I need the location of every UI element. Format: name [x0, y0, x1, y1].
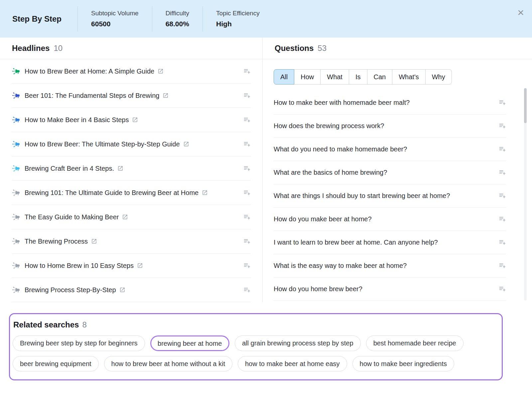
- scrollbar-thumb[interactable]: [524, 88, 527, 123]
- add-to-list-icon[interactable]: [243, 165, 251, 172]
- filter-why[interactable]: Why: [425, 69, 452, 85]
- filter-what[interactable]: What: [320, 69, 349, 85]
- question-item: How do you home brew beer?: [274, 278, 506, 301]
- question-item: How does the brewing process work?: [274, 114, 506, 138]
- related-search-pill[interactable]: how to make beer at home easy: [238, 356, 347, 371]
- question-item: How to make beer with homemade beer malt…: [274, 91, 506, 114]
- headline-text: How to Home Brew in 10 Easy Steps: [25, 262, 134, 270]
- question-text: I want to learn to brew beer at home. Ca…: [274, 239, 438, 246]
- headlines-count: 10: [54, 44, 63, 53]
- external-link-icon[interactable]: [163, 93, 169, 99]
- add-to-list-icon[interactable]: [498, 262, 506, 270]
- external-link-icon[interactable]: [183, 141, 189, 147]
- headline-item: How to Brew Beer at Home: A Simple Guide: [12, 59, 251, 84]
- question-item: What do you need to make homemade beer?: [274, 138, 506, 161]
- add-to-list-icon[interactable]: [498, 239, 506, 246]
- external-link-icon[interactable]: [202, 190, 208, 196]
- add-to-list-icon[interactable]: [243, 140, 251, 148]
- questions-panel: Questions 53 All How What Is Can What's …: [263, 38, 532, 302]
- related-search-pill[interactable]: beer brewing equipment: [13, 356, 99, 371]
- megaphone-icon: [12, 115, 20, 124]
- external-link-icon[interactable]: [122, 214, 128, 220]
- external-link-icon[interactable]: [158, 68, 164, 74]
- related-search-pill[interactable]: Brewing beer step by step for beginners: [13, 335, 145, 351]
- add-to-list-icon[interactable]: [243, 213, 251, 221]
- related-searches-header: Related searches 8: [13, 320, 497, 329]
- megaphone-icon: [12, 91, 20, 100]
- questions-count: 53: [318, 44, 327, 53]
- question-text: How does the brewing process work?: [274, 122, 384, 130]
- add-to-list-icon[interactable]: [243, 286, 251, 294]
- question-text: How do you make beer at home?: [274, 215, 372, 223]
- related-search-pill[interactable]: all grain brewing process step by step: [235, 335, 361, 351]
- external-link-icon[interactable]: [117, 165, 123, 171]
- headline-text: The Brewing Process: [25, 238, 88, 245]
- question-list: How to make beer with homemade beer malt…: [274, 91, 506, 301]
- add-to-list-icon[interactable]: [243, 262, 251, 270]
- headline-text: Brewing Craft Beer in 4 Steps.: [25, 165, 114, 172]
- headline-item: How to Brew Beer: The Ultimate Step-by-S…: [12, 132, 251, 156]
- topic-header: Step By Step Subtopic Volume 60500 Diffi…: [0, 0, 532, 38]
- question-text: What do you need to make homemade beer?: [274, 145, 407, 153]
- add-to-list-icon[interactable]: [243, 116, 251, 124]
- headline-list: How to Brew Beer at Home: A Simple Guide…: [0, 59, 262, 302]
- add-to-list-icon[interactable]: [498, 285, 506, 293]
- megaphone-icon: [12, 164, 20, 173]
- related-searches-count: 8: [82, 320, 86, 329]
- main-content: Headlines 10 How to Brew Beer at Home: A…: [0, 38, 532, 302]
- add-to-list-icon[interactable]: [498, 122, 506, 130]
- related-searches-title: Related searches: [13, 320, 79, 329]
- external-link-icon[interactable]: [91, 238, 97, 244]
- headline-text: The Easy Guide to Making Beer: [25, 213, 119, 221]
- question-text: How do you home brew beer?: [274, 285, 362, 293]
- question-item: What are things I should buy to start br…: [274, 184, 506, 208]
- question-text: What are things I should buy to start br…: [274, 192, 450, 200]
- question-item: What are the basics of home brewing?: [274, 161, 506, 184]
- headline-item: How to Home Brew in 10 Easy Steps: [12, 254, 251, 278]
- filter-whats[interactable]: What's: [392, 69, 426, 85]
- add-to-list-icon[interactable]: [498, 145, 506, 153]
- headlines-header: Headlines 10: [0, 38, 262, 59]
- question-item: What is the easy way to make beer at hom…: [274, 254, 506, 278]
- stat-topic-efficiency: Topic Efficiency High: [202, 6, 273, 32]
- stat-subtopic-volume: Subtopic Volume 60500: [77, 6, 152, 32]
- headline-text: Brewing Process Step-By-Step: [25, 286, 116, 294]
- filter-is[interactable]: Is: [349, 69, 367, 85]
- filter-all[interactable]: All: [274, 69, 294, 85]
- related-search-pill[interactable]: how to brew beer at home without a kit: [104, 356, 232, 371]
- add-to-list-icon[interactable]: [243, 238, 251, 245]
- external-link-icon[interactable]: [119, 287, 125, 293]
- scrollbar-track[interactable]: [524, 88, 527, 301]
- related-search-pills: Brewing beer step by step for beginners …: [13, 335, 497, 371]
- filter-how[interactable]: How: [294, 69, 321, 85]
- stat-label: Topic Efficiency: [216, 10, 260, 17]
- headlines-title: Headlines: [12, 44, 50, 53]
- megaphone-icon: [12, 213, 20, 221]
- headlines-panel: Headlines 10 How to Brew Beer at Home: A…: [0, 38, 263, 302]
- headline-item: Brewing 101: The Ultimate Guide to Brewi…: [12, 181, 251, 205]
- question-text: What is the easy way to make beer at hom…: [274, 262, 407, 270]
- stat-difficulty: Difficulty 68.00%: [152, 6, 202, 32]
- add-to-list-icon[interactable]: [498, 192, 506, 200]
- add-to-list-icon[interactable]: [243, 189, 251, 197]
- question-filters: All How What Is Can What's Why: [274, 69, 532, 85]
- stat-label: Subtopic Volume: [91, 10, 139, 17]
- stat-value: 60500: [91, 20, 139, 28]
- question-text: How to make beer with homemade beer malt…: [274, 99, 410, 106]
- close-icon[interactable]: ×: [517, 7, 524, 18]
- add-to-list-icon[interactable]: [498, 169, 506, 176]
- add-to-list-icon[interactable]: [498, 215, 506, 223]
- related-search-pill[interactable]: best homemade beer recipe: [366, 335, 464, 351]
- related-search-pill-highlighted[interactable]: brewing beer at home: [150, 335, 229, 351]
- stat-label: Difficulty: [166, 10, 189, 17]
- related-search-pill[interactable]: how to make beer ingredients: [352, 356, 454, 371]
- megaphone-icon: [12, 261, 20, 270]
- external-link-icon[interactable]: [137, 263, 143, 269]
- filter-can[interactable]: Can: [367, 69, 393, 85]
- add-to-list-icon[interactable]: [243, 68, 251, 75]
- external-link-icon[interactable]: [132, 117, 138, 123]
- add-to-list-icon[interactable]: [498, 99, 506, 106]
- add-to-list-icon[interactable]: [243, 92, 251, 100]
- stat-value: High: [216, 20, 260, 28]
- page-title: Step By Step: [12, 14, 77, 24]
